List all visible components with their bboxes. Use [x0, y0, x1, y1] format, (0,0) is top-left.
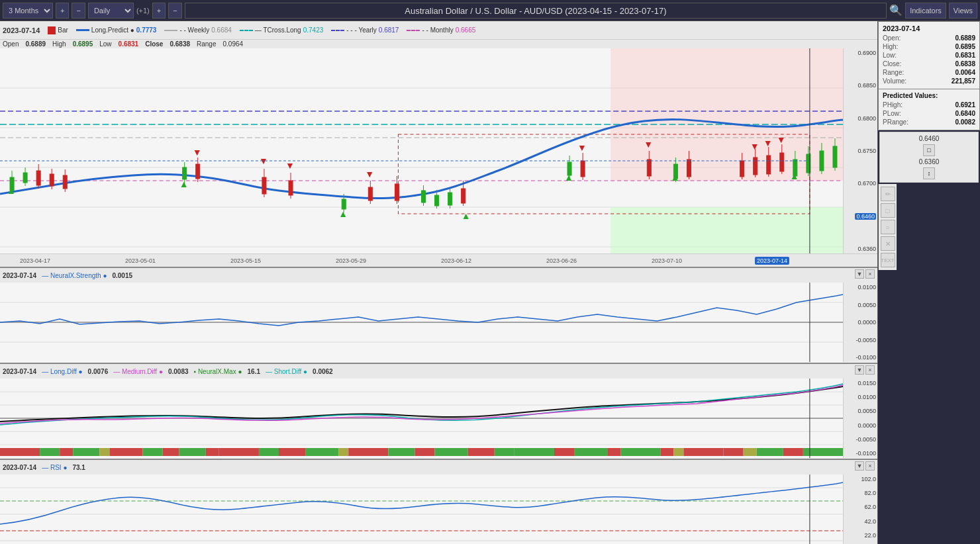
neuralx-header: 2023-07-14 — NeuralX.Strength ● 0.0015 ▼…	[0, 268, 877, 283]
diff-close-btn[interactable]: ×	[865, 365, 875, 375]
svg-rect-108	[179, 448, 206, 456]
range-value: 0.0964	[222, 40, 243, 48]
svg-rect-133	[803, 448, 843, 456]
period-plus-btn[interactable]: +	[56, 3, 69, 19]
square-tool-btn[interactable]: □	[881, 203, 895, 218]
predicted-box: Predicted Values: PHigh: 0.6921 PLow: 0.…	[878, 89, 980, 130]
offset-minus-btn[interactable]: −	[168, 3, 181, 19]
rsi-close-btn[interactable]: ×	[865, 461, 875, 471]
neuralx-dropdown-btn[interactable]: ▼	[855, 269, 864, 279]
svg-rect-121	[514, 448, 554, 456]
ny-3: 0.0000	[858, 319, 876, 326]
legend-longpredict-value: 0.7773	[136, 26, 157, 34]
svg-text:▲: ▲	[790, 171, 799, 181]
svg-rect-116	[388, 448, 415, 456]
rsi-chart[interactable]	[0, 475, 843, 544]
info-low-row: Low: 0.6831	[883, 52, 975, 59]
views-button[interactable]: Views	[949, 3, 977, 19]
neuralx-value: 0.0015	[112, 272, 132, 279]
offset-plus-btn[interactable]: +	[152, 3, 166, 19]
main-chart-svg: ▼ ▼ ▼ ▼ ▼ ▼ ▼ ▼ ▼ ▲ ▲ ▲	[0, 48, 843, 253]
rsi-chart-row: 102.0 82.0 62.0 42.0 22.0 2.0	[0, 475, 877, 544]
svg-text:▼: ▼	[285, 160, 295, 171]
legend-bar: Bar	[48, 26, 68, 34]
svg-text:▼: ▼	[365, 169, 374, 179]
info-volume-label: Volume:	[883, 77, 906, 85]
info-high-row: High: 0.6895	[883, 43, 975, 50]
longpredict-color-icon	[76, 29, 89, 31]
pencil-tool-btn[interactable]: ✏	[881, 187, 895, 201]
legend-monthly-label: - - Monthly	[422, 26, 453, 34]
diff-dropdown-btn[interactable]: ▼	[855, 365, 864, 375]
yearly-color-icon	[331, 30, 344, 31]
low-value: 0.6831	[119, 40, 139, 48]
legend-yearly-label: - - - Yearly	[346, 26, 377, 34]
ry-2: 82.0	[864, 490, 876, 496]
svg-rect-124	[607, 448, 620, 456]
main-y-axis: 0.6900 0.6850 0.6800 0.6750 0.6700 0.646…	[843, 48, 877, 253]
info-low-value: 0.6831	[955, 52, 975, 59]
neuralx-label: — NeuralX.Strength ●	[42, 272, 107, 279]
plow-value: 0.6840	[955, 110, 975, 117]
interval-select[interactable]: Daily Weekly Monthly	[88, 3, 134, 19]
diff-chart[interactable]	[0, 379, 843, 458]
diff-date: 2023-07-14	[3, 368, 36, 375]
dy-3: 0.0050	[858, 408, 876, 414]
diff-short-value: 0.0062	[313, 368, 333, 375]
svg-rect-110	[219, 448, 259, 456]
ry-5: 22.0	[864, 532, 876, 539]
diff-long-value: 0.0076	[88, 368, 109, 375]
svg-rect-100	[0, 448, 40, 456]
svg-rect-111	[259, 448, 279, 456]
svg-rect-127	[673, 448, 683, 456]
info-close-value: 0.6838	[955, 60, 975, 68]
svg-rect-120	[495, 448, 514, 456]
neuralx-close-btn[interactable]: ×	[865, 269, 875, 279]
range-label: Range	[197, 40, 216, 48]
rsi-panel: 2023-07-14 — RSI ● 73.1 ▼ ×	[0, 459, 877, 544]
rsi-header: 2023-07-14 — RSI ● 73.1 ▼ ×	[0, 460, 877, 475]
info-box: 2023-07-14 Open: 0.6889 High: 0.6895 Low…	[878, 21, 980, 89]
ny-4: -0.0050	[856, 337, 876, 343]
chart-title: Australian Dollar / U.S. Dollar - AUD/US…	[185, 3, 887, 19]
zoom-expand-btn[interactable]: ↕	[923, 167, 935, 179]
ry-3: 62.0	[864, 504, 876, 510]
price-axis-level2: 0.6360	[919, 158, 940, 165]
svg-rect-128	[683, 448, 723, 456]
neuralx-chart-row: 0.0100 0.0050 0.0000 -0.0050 -0.0100	[0, 283, 877, 362]
legend-monthly: - - Monthly 0.6665	[407, 26, 475, 34]
legend-yearly: - - - Yearly 0.6817	[331, 26, 399, 34]
zoom-fit-btn[interactable]: □	[923, 144, 935, 156]
legend-tcrosslong-label: — TCross.Long	[255, 26, 301, 34]
period-select[interactable]: 3 Months 1 Month 6 Months 1 Year	[3, 3, 53, 19]
circle-tool-btn[interactable]: ○	[881, 220, 895, 234]
x-tool-btn[interactable]: ✕	[881, 236, 895, 251]
indicators-button[interactable]: Indicators	[905, 3, 946, 19]
rsi-date: 2023-07-14	[3, 464, 36, 471]
svg-text:▲: ▲	[338, 208, 348, 219]
toolbar: 3 Months 1 Month 6 Months 1 Year + − Dai…	[0, 0, 980, 21]
diff-med-value: 0.0083	[168, 368, 189, 375]
svg-text:▼: ▼	[644, 139, 653, 150]
info-close-label: Close:	[883, 60, 901, 68]
chart-area: 2023-07-14 Bar Long.Predict ● 0.7773 - -…	[0, 21, 877, 544]
main-chart[interactable]: ▼ ▼ ▼ ▼ ▼ ▼ ▼ ▼ ▼ ▲ ▲ ▲	[0, 48, 843, 253]
info-range-value: 0.0064	[955, 69, 975, 76]
legend-bar-label: Bar	[58, 26, 68, 34]
text-tool-btn[interactable]: TEXT	[881, 253, 895, 267]
svg-rect-103	[73, 448, 99, 456]
info-open-row: Open: 0.6889	[883, 34, 975, 42]
svg-text:▼: ▼	[577, 142, 587, 153]
search-icon[interactable]: 🔍	[889, 4, 903, 17]
rsi-y-axis: 102.0 82.0 62.0 42.0 22.0 2.0	[843, 475, 877, 544]
svg-rect-129	[724, 448, 744, 456]
date-label-4: 2023-05-29	[336, 257, 366, 264]
rsi-dropdown-btn[interactable]: ▼	[855, 461, 864, 471]
period-minus-btn[interactable]: −	[72, 3, 85, 19]
neuralx-chart[interactable]	[0, 283, 843, 362]
tcrosslong-color-icon	[240, 30, 253, 31]
phigh-value: 0.6921	[955, 101, 975, 109]
info-open-value: 0.6889	[955, 34, 975, 42]
svg-rect-118	[435, 448, 468, 456]
date-label-7: 2023-07-10	[652, 257, 682, 264]
